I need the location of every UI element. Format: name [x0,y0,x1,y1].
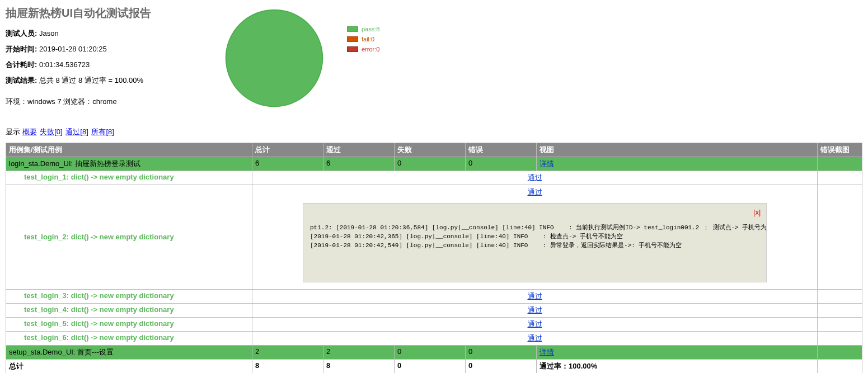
pie-chart-icon [224,8,325,108]
log-line: pt1.2: [2019-01-28 01:20:36,584] [log.py… [310,224,767,231]
pie-chart-area: pass:8 fail:0 error:0 [224,6,379,108]
filter-fail-link[interactable]: 失败[0] [40,128,62,136]
case-view-link[interactable]: 通过 [528,306,542,314]
env-info: 环境：windows 7 浏览器：chrome [6,97,224,107]
legend-fail-label: fail:0 [362,36,374,43]
filter-prefix: 显示 [6,128,20,136]
totals-error: 0 [466,359,537,373]
case-row: test_login_4: dict() -> new empty dictio… [6,303,862,317]
suite-error: 0 [466,157,537,171]
case-name: test_login_2: dict() -> new empty dictio… [6,185,252,290]
case-row-expanded: test_login_2: dict() -> new empty dictio… [6,185,862,290]
tester-label: 测试人员: [6,29,37,37]
legend-error: error:0 [347,46,379,53]
start-label: 开始时间: [6,45,37,53]
th-fail: 失败 [395,143,466,157]
filter-pass-link[interactable]: 通过[8] [65,128,88,136]
start-value: 2019-01-28 01:20:25 [39,45,107,53]
legend-fail: fail:0 [347,36,379,43]
case-view-link[interactable]: 通过 [528,188,542,196]
th-view: 视图 [537,143,818,157]
case-view-link[interactable]: 通过 [528,320,542,328]
filter-all-link[interactable]: 所有[8] [91,128,114,136]
totals-fail: 0 [395,359,466,373]
swatch-icon [347,26,358,32]
case-name: test_login_6: dict() -> new empty dictio… [6,331,252,345]
case-name: test_login_5: dict() -> new empty dictio… [6,317,252,331]
filter-summary-link[interactable]: 概要 [22,128,37,136]
suite-row: setup_sta.Demo_UI: 首页---设置 2 2 0 0 详情 [6,345,862,359]
case-name: test_login_3: dict() -> new empty dictio… [6,289,252,303]
totals-row: 总计 8 8 0 0 通过率：100.00% [6,359,862,373]
suite-total: 6 [252,157,323,171]
log-output: [x]pt1.2: [2019-01-28 01:20:36,584] [log… [303,203,767,282]
case-view-link[interactable]: 通过 [528,173,542,182]
suite-pass: 6 [323,157,395,171]
case-view-link[interactable]: 通过 [528,292,542,300]
totals-screenshot-cell [818,359,862,373]
results-table: 用例集/测试用例 总计 通过 失败 错误 视图 错误截图 login_sta.D… [6,143,862,373]
legend-error-label: error:0 [362,46,379,53]
suite-error: 0 [466,345,537,359]
case-row: test_login_5: dict() -> new empty dictio… [6,317,862,331]
totals-total: 8 [252,359,323,373]
suite-fail: 0 [395,345,466,359]
th-screenshot: 错误截图 [818,143,862,157]
close-log-button[interactable]: [x] [753,208,761,218]
totals-pass: 8 [323,359,395,373]
report-header: 抽屉新热榜UI自动化测试报告 测试人员: Jason 开始时间: 2019-01… [6,6,224,112]
duration-label: 合计耗时: [6,60,37,69]
case-screenshot-cell [818,289,862,303]
th-pass: 通过 [323,143,395,157]
th-name: 用例集/测试用例 [6,143,252,157]
legend-pass-label: pass:8 [362,26,379,32]
table-header-row: 用例集/测试用例 总计 通过 失败 错误 视图 错误截图 [6,143,862,157]
case-row: test_login_6: dict() -> new empty dictio… [6,331,862,345]
th-total: 总计 [252,143,323,157]
case-name: test_login_1: dict() -> new empty dictio… [6,171,252,185]
totals-rate: 通过率：100.00% [537,359,818,373]
case-screenshot-cell [818,185,862,290]
page-title: 抽屉新热榜UI自动化测试报告 [6,6,224,21]
tester-value: Jason [39,29,59,37]
case-view-link[interactable]: 通过 [528,334,542,342]
case-screenshot-cell [818,317,862,331]
suite-row: login_sta.Demo_UI: 抽屉新热榜登录测试 6 6 0 0 详情 [6,157,862,171]
case-screenshot-cell [818,171,862,185]
suite-pass: 2 [323,345,395,359]
case-screenshot-cell [818,303,862,317]
chart-legend: pass:8 fail:0 error:0 [347,26,379,56]
swatch-icon [347,36,358,42]
log-line: [2019-01-28 01:20:42,549] [log.py|__cons… [310,242,682,249]
svg-point-0 [226,10,323,107]
th-error: 错误 [466,143,537,157]
swatch-icon [347,46,358,52]
case-row: test_login_1: dict() -> new empty dictio… [6,171,862,185]
suite-detail-link[interactable]: 详情 [539,348,554,356]
log-line: [2019-01-28 01:20:42,365] [log.py|__cons… [310,233,623,240]
suite-name: setup_sta.Demo_UI: 首页---设置 [6,345,252,359]
legend-pass: pass:8 [347,26,379,32]
case-row: test_login_3: dict() -> new empty dictio… [6,289,862,303]
totals-label: 总计 [6,359,252,373]
result-label: 测试结果: [6,76,37,84]
result-value: 总共 8 通过 8 通过率 = 100.00% [39,76,143,84]
duration-value: 0:01:34.536723 [39,60,90,69]
case-screenshot-cell [818,331,862,345]
case-name: test_login_4: dict() -> new empty dictio… [6,303,252,317]
suite-fail: 0 [395,157,466,171]
filter-bar: 显示 概要 失败[0] 通过[8] 所有[8] [6,127,862,137]
suite-total: 2 [252,345,323,359]
suite-detail-link[interactable]: 详情 [539,159,554,168]
suite-screenshot-cell [818,157,862,171]
suite-screenshot-cell [818,345,862,359]
suite-name: login_sta.Demo_UI: 抽屉新热榜登录测试 [6,157,252,171]
